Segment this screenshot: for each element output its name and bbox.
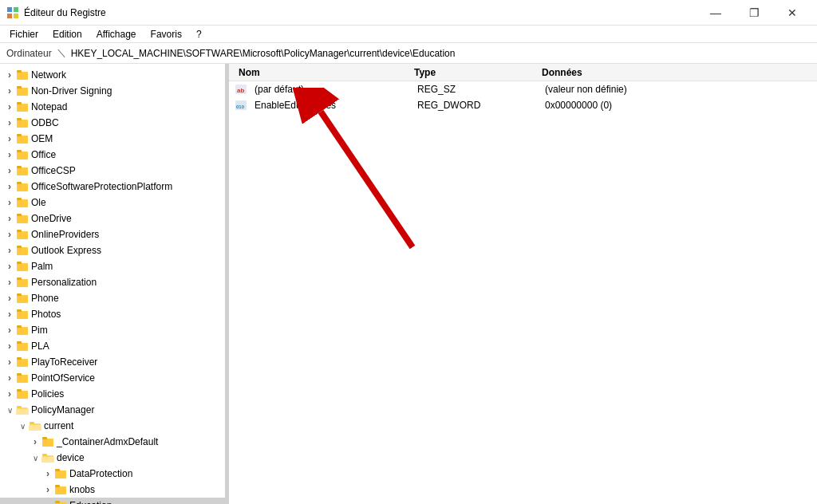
svg-rect-10 <box>17 120 28 128</box>
tree-item[interactable]: ›PLA <box>0 338 225 354</box>
column-type[interactable]: Type <box>411 67 539 78</box>
folder-icon <box>16 372 29 384</box>
tree-toggle-icon[interactable]: › <box>3 164 16 177</box>
tree-item[interactable]: ›DataProtection <box>0 466 225 482</box>
menu-affichage[interactable]: Affichage <box>90 27 143 41</box>
tree-item-label: PolicyManager <box>31 404 94 415</box>
maximize-button[interactable]: ❐ <box>736 0 772 26</box>
tree-toggle-icon[interactable]: › <box>29 435 41 448</box>
folder-icon <box>16 181 29 192</box>
tree-toggle-icon[interactable]: › <box>3 356 16 368</box>
minimize-button[interactable]: — <box>697 0 734 26</box>
close-button[interactable]: ✕ <box>774 0 811 26</box>
tree-toggle-icon[interactable]: › <box>41 499 54 504</box>
tree-item[interactable]: ›Ole <box>0 195 225 211</box>
tree-toggle-icon[interactable]: › <box>3 340 16 352</box>
tree-toggle-icon[interactable]: › <box>3 228 16 241</box>
tree-toggle-icon[interactable]: › <box>41 483 54 496</box>
svg-rect-6 <box>17 88 28 96</box>
tree-toggle-icon[interactable]: › <box>3 196 16 209</box>
tree-item[interactable]: ›OneDrive <box>0 211 225 226</box>
menu-fichier[interactable]: Fichier <box>3 27 45 41</box>
folder-icon <box>16 356 29 368</box>
main-content: ›Network›Non-Driver Signing›Notepad›ODBC… <box>0 64 817 504</box>
tree-item[interactable]: ›Notepad <box>0 99 225 115</box>
tree-item[interactable]: ›Pim <box>0 322 225 338</box>
tree-toggle-icon[interactable]: ∨ <box>16 419 29 432</box>
tree-item-label: OEM <box>31 133 53 144</box>
address-bar: Ordinateur ＼ HKEY_LOCAL_MACHINE\SOFTWARE… <box>0 43 817 64</box>
tree-toggle-icon[interactable]: › <box>3 308 16 321</box>
tree-toggle-icon[interactable]: › <box>3 260 16 273</box>
svg-rect-22 <box>17 215 28 223</box>
tree-toggle-icon[interactable]: › <box>3 372 16 384</box>
folder-icon <box>16 325 29 336</box>
tree-toggle-icon[interactable]: › <box>3 212 16 225</box>
tree-item[interactable]: ›Education <box>0 498 225 504</box>
tree-item-label: Notepad <box>31 101 67 112</box>
tree-toggle-icon[interactable]: › <box>3 69 16 81</box>
tree-item[interactable]: ›ODBC <box>0 115 225 131</box>
tree-item[interactable]: ›Palm <box>0 258 225 274</box>
tree-toggle-icon[interactable]: › <box>3 292 16 305</box>
svg-rect-47 <box>17 406 22 408</box>
tree-item[interactable]: ∨device <box>0 450 225 466</box>
tree-item[interactable]: ›Personalization <box>0 274 225 290</box>
svg-rect-24 <box>17 231 28 239</box>
menu-favoris[interactable]: Favoris <box>144 27 188 41</box>
tree-toggle-icon[interactable]: › <box>3 132 16 145</box>
tree-toggle-icon[interactable]: ∨ <box>29 451 41 464</box>
tree-item[interactable]: ›OEM <box>0 131 225 147</box>
tree-item[interactable]: ›PointOfService <box>0 370 225 386</box>
tree-toggle-icon[interactable]: › <box>3 244 16 257</box>
tree-item[interactable]: ›Network <box>0 67 225 83</box>
tree-toggle-icon[interactable]: › <box>3 276 16 289</box>
tree-item[interactable]: ›Policies <box>0 386 225 402</box>
tree-item[interactable]: ›OfficeSoftwareProtectionPlatform <box>0 179 225 195</box>
registry-data: (valeur non définie) <box>542 84 811 95</box>
tree-toggle-icon[interactable]: › <box>3 388 16 400</box>
tree-item[interactable]: ›Office <box>0 147 225 163</box>
column-data[interactable]: Données <box>539 67 811 78</box>
tree-item[interactable]: ›OfficeCSP <box>0 163 225 179</box>
registry-row[interactable]: 010EnableEduThemesREG_DWORD0x00000000 (0… <box>229 97 817 113</box>
tree-item[interactable]: ∨PolicyManager <box>0 402 225 418</box>
folder-icon <box>16 133 29 144</box>
tree-toggle-icon[interactable]: › <box>3 324 16 337</box>
tree-toggle-icon[interactable]: › <box>3 180 16 193</box>
folder-icon <box>16 117 29 128</box>
tree-item[interactable]: ›Outlook Express <box>0 242 225 258</box>
column-name[interactable]: Nom <box>235 67 411 78</box>
svg-rect-2 <box>7 14 12 18</box>
svg-rect-44 <box>17 391 28 399</box>
registry-row[interactable]: ab(par défaut)REG_SZ(valeur non définie) <box>229 81 817 97</box>
svg-rect-13 <box>17 134 22 136</box>
tree-toggle-icon[interactable]: › <box>41 467 54 480</box>
tree-item[interactable]: ∨current <box>0 418 225 434</box>
tree-pane[interactable]: ›Network›Non-Driver Signing›Notepad›ODBC… <box>0 64 226 504</box>
tree-item[interactable]: ›Non-Driver Signing <box>0 83 225 99</box>
tree-item[interactable]: ›OnlineProviders <box>0 226 225 242</box>
tree-toggle-icon[interactable]: › <box>3 148 16 161</box>
tree-item[interactable]: ›Photos <box>0 306 225 322</box>
tree-toggle-icon[interactable]: › <box>3 116 16 129</box>
tree-item[interactable]: ›knobs <box>0 482 225 498</box>
svg-rect-15 <box>17 150 22 152</box>
tree-item[interactable]: ›Phone <box>0 290 225 306</box>
app-icon <box>6 6 19 19</box>
tree-item[interactable]: ›PlayToReceiver <box>0 354 225 370</box>
registry-type: REG_SZ <box>414 84 542 95</box>
svg-rect-59 <box>55 486 66 494</box>
tree-toggle-icon[interactable]: › <box>3 100 16 113</box>
menu-help[interactable]: ? <box>190 27 208 41</box>
tree-toggle-icon[interactable]: › <box>3 85 16 97</box>
address-path[interactable]: HKEY_LOCAL_MACHINE\SOFTWARE\Microsoft\Po… <box>71 48 811 59</box>
tree-item-label: Non-Driver Signing <box>31 85 112 96</box>
tree-item-label: Policies <box>31 388 64 400</box>
menu-edition[interactable]: Edition <box>46 27 89 41</box>
tree-item-label: Network <box>31 69 66 81</box>
detail-rows-container: ab(par défaut)REG_SZ(valeur non définie)… <box>229 81 817 113</box>
tree-toggle-icon[interactable]: ∨ <box>3 404 16 416</box>
tree-item[interactable]: ›_ContainerAdmxDefault <box>0 434 225 450</box>
svg-rect-8 <box>17 104 28 112</box>
